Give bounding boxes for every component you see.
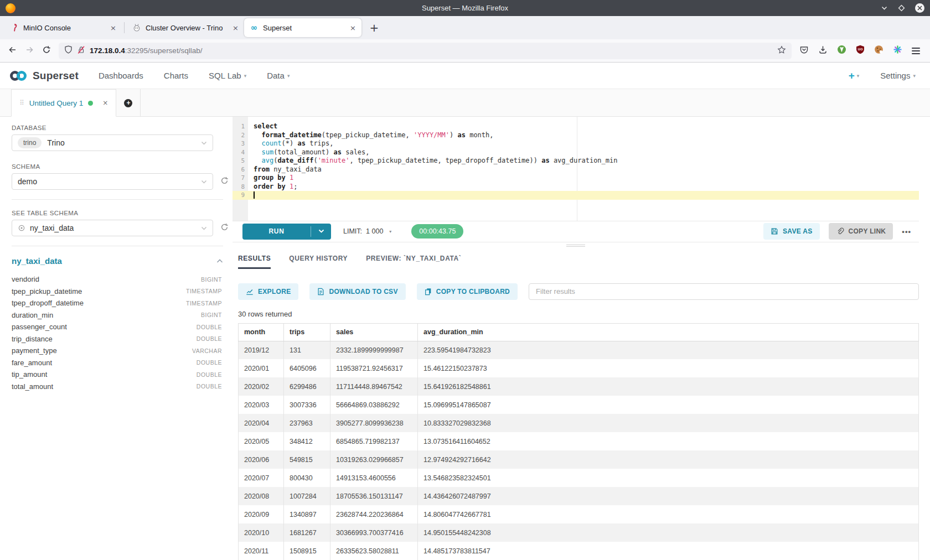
table-row: 2019/121312332.1899999999987223.59541984… bbox=[239, 341, 919, 359]
copy-link-button[interactable]: COPY LINK bbox=[829, 223, 893, 240]
line-number: 5 bbox=[232, 157, 248, 165]
table-panel-header[interactable]: ny_taxi_data bbox=[12, 256, 223, 266]
nav-item-sql-lab[interactable]: SQL Lab▾ bbox=[209, 71, 246, 80]
table-cell: 223.59541984732823 bbox=[418, 341, 919, 359]
menu-hamburger-icon[interactable] bbox=[912, 46, 920, 56]
splitter-handle-icon[interactable] bbox=[566, 245, 585, 247]
window-minimize-icon[interactable] bbox=[881, 4, 888, 12]
insecure-lock-icon[interactable] bbox=[77, 45, 85, 56]
window-close-icon[interactable] bbox=[915, 3, 924, 13]
table-cell: 26335623.58028811 bbox=[330, 542, 418, 560]
url-bar[interactable]: 172.18.0.4:32295/superset/sqllab/ bbox=[59, 43, 792, 59]
column-header[interactable]: month bbox=[239, 323, 284, 341]
copy-clipboard-button[interactable]: COPY TO CLIPBOARD bbox=[417, 283, 518, 300]
back-button[interactable] bbox=[8, 45, 17, 56]
save-as-button[interactable]: SAVE AS bbox=[763, 223, 819, 240]
browser-tab-minio[interactable]: MinIO Console × bbox=[4, 18, 122, 37]
forward-button[interactable] bbox=[25, 45, 34, 56]
column-header[interactable]: trips bbox=[284, 323, 330, 341]
table-cell: 131 bbox=[284, 341, 330, 359]
extension-asterisk-icon[interactable] bbox=[893, 45, 902, 56]
new-object-button[interactable]: +▾ bbox=[849, 70, 860, 82]
pocket-icon[interactable] bbox=[799, 45, 809, 56]
table-cell: 119538721.92456317 bbox=[330, 359, 418, 377]
nav-item-data[interactable]: Data▾ bbox=[267, 71, 290, 80]
browser-tab-superset[interactable]: ∞ Superset × bbox=[244, 18, 361, 37]
schema-refresh-icon[interactable] bbox=[220, 177, 229, 187]
database-select[interactable]: trino Trino bbox=[12, 134, 213, 151]
tab-preview-table[interactable]: PREVIEW: `NY_TAXI_DATA` bbox=[366, 248, 461, 268]
table-cell: 2332.1899999999987 bbox=[330, 341, 418, 359]
column-type: DOUBLE bbox=[197, 359, 222, 366]
table-schema-label: SEE TABLE SCHEMA bbox=[12, 210, 232, 216]
chevron-up-icon[interactable] bbox=[216, 258, 223, 263]
tab-results[interactable]: RESULTS bbox=[238, 248, 271, 268]
new-tab-button[interactable]: + bbox=[366, 19, 383, 36]
cookie-icon[interactable] bbox=[874, 45, 884, 56]
table-cell: 3905277.8099936238 bbox=[330, 414, 418, 432]
downloads-icon[interactable] bbox=[818, 45, 828, 56]
code-text: from ny_taxi_data bbox=[248, 165, 322, 174]
line-number: 1 bbox=[232, 122, 248, 131]
explore-button[interactable]: EXPLORE bbox=[238, 283, 298, 300]
table-refresh-icon[interactable] bbox=[220, 223, 229, 234]
code-line: 2 format_datetime(tpep_pickup_datetime, … bbox=[232, 131, 919, 140]
bookmark-star-icon[interactable] bbox=[777, 45, 786, 56]
caret-down-icon: ▾ bbox=[857, 73, 860, 79]
run-dropdown-icon[interactable] bbox=[311, 224, 331, 240]
more-options-button[interactable]: ••• bbox=[902, 227, 911, 236]
limit-control[interactable]: LIMIT: 1 000 ▾ bbox=[343, 227, 391, 235]
table-select[interactable]: ny_taxi_data bbox=[12, 220, 213, 236]
superset-logo-link[interactable]: Superset bbox=[9, 69, 79, 83]
tab-close-icon[interactable]: × bbox=[232, 24, 239, 32]
tab-query-history[interactable]: QUERY HISTORY bbox=[289, 248, 348, 268]
schema-column-row: vendoridBIGINT bbox=[12, 273, 222, 286]
table-cell: 23628744.220236864 bbox=[330, 505, 418, 523]
explore-label: EXPLORE bbox=[258, 288, 291, 295]
query-tab-active[interactable]: ⠿ Untitled Query 1 × bbox=[11, 89, 116, 117]
table-cell: 56664869.03886292 bbox=[330, 396, 418, 414]
reload-button[interactable] bbox=[42, 45, 51, 56]
table-cell: 348412 bbox=[284, 432, 330, 450]
sql-editor[interactable]: 1select2 format_datetime(tpep_pickup_dat… bbox=[232, 117, 919, 221]
nav-item-dashboards[interactable]: Dashboards bbox=[99, 71, 143, 80]
table-panel-title: ny_taxi_data bbox=[12, 256, 62, 266]
file-icon bbox=[317, 288, 324, 295]
table-cell: 2020/10 bbox=[239, 523, 284, 542]
table-cell: 14.436426072487997 bbox=[418, 487, 919, 505]
table-cell: 2020/11 bbox=[239, 542, 284, 560]
results-table-body: 2019/121312332.1899999999987223.59541984… bbox=[239, 341, 919, 560]
table-cell: 3007336 bbox=[284, 396, 330, 414]
settings-menu[interactable]: Settings▾ bbox=[880, 71, 916, 80]
table-cell: 14.485173783811547 bbox=[418, 542, 919, 560]
window-maximize-icon[interactable] bbox=[898, 4, 905, 12]
pane-splitter[interactable] bbox=[232, 242, 919, 249]
tab-title: Superset bbox=[263, 24, 345, 32]
query-tab-close-icon[interactable]: × bbox=[102, 99, 108, 107]
column-type: TIMESTAMP bbox=[186, 300, 222, 307]
browser-tabstrip: MinIO Console × Cluster Overview - Trino… bbox=[0, 16, 930, 39]
run-button[interactable]: RUN bbox=[242, 224, 331, 240]
column-type: DOUBLE bbox=[197, 383, 222, 390]
run-label[interactable]: RUN bbox=[242, 224, 311, 240]
schema-select[interactable]: demo bbox=[12, 173, 213, 190]
nav-item-charts[interactable]: Charts bbox=[164, 71, 188, 80]
column-header[interactable]: sales bbox=[330, 323, 418, 341]
add-query-tab-button[interactable]: + bbox=[116, 89, 141, 117]
tab-close-icon[interactable]: × bbox=[110, 24, 116, 32]
drag-handle-icon[interactable]: ⠿ bbox=[19, 99, 24, 107]
ublock-icon[interactable]: UO bbox=[856, 45, 865, 56]
table-cell: 2019/12 bbox=[239, 341, 284, 359]
sidebar-divider bbox=[12, 246, 223, 246]
privacy-badger-icon[interactable] bbox=[837, 45, 846, 56]
shield-icon[interactable] bbox=[64, 45, 73, 56]
browser-tab-trino[interactable]: Cluster Overview - Trino × bbox=[127, 18, 244, 37]
filter-results-input[interactable] bbox=[529, 283, 919, 300]
tab-close-icon[interactable]: × bbox=[350, 24, 356, 32]
table-cell: 6854865.719982137 bbox=[330, 432, 418, 450]
table-cell: 2020/07 bbox=[239, 469, 284, 487]
column-header[interactable]: avg_duration_min bbox=[418, 323, 919, 341]
table-cell: 2020/05 bbox=[239, 432, 284, 450]
download-csv-button[interactable]: DOWNLOAD TO CSV bbox=[309, 283, 405, 300]
table-cell: 13.546823582324501 bbox=[418, 469, 919, 487]
